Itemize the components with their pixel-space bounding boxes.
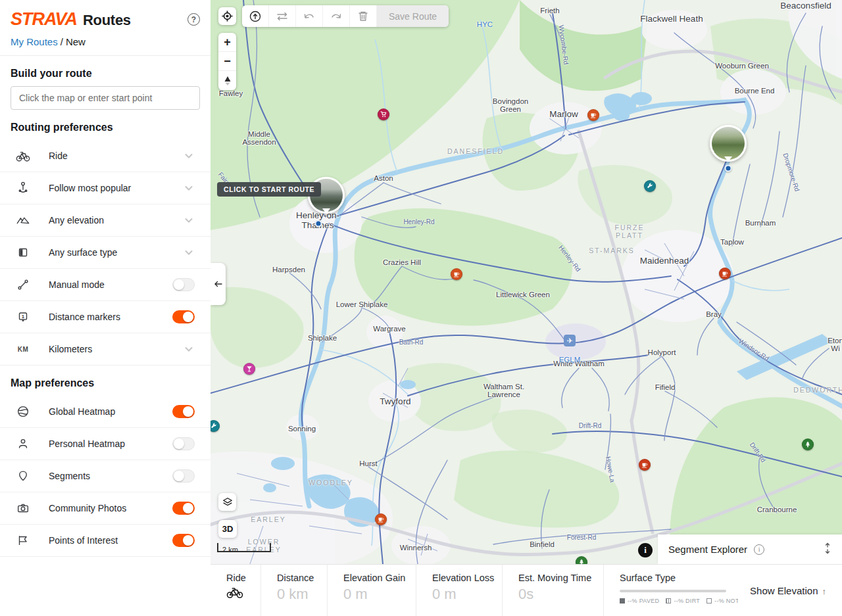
redo-icon[interactable] — [323, 5, 350, 27]
pref-label: Community Photos — [49, 503, 172, 513]
zoom-in-button[interactable]: + — [218, 33, 236, 52]
map-info-button[interactable]: i — [638, 543, 653, 557]
distance-value: 0 km — [277, 586, 327, 603]
global-heatmap-toggle[interactable] — [172, 405, 195, 418]
community-photo-marker[interactable] — [308, 177, 345, 214]
cafe-poi-icon[interactable] — [719, 268, 731, 279]
segment-info-icon[interactable]: i — [754, 544, 764, 555]
cart-poi-icon[interactable] — [378, 108, 389, 120]
show-elevation-button[interactable]: Show Elevation↑ — [750, 585, 826, 596]
chevron-down-icon — [183, 343, 195, 355]
segment-explorer-panel[interactable]: Segment Explorer i — [658, 534, 842, 564]
scale-label: 2 km — [222, 546, 238, 554]
surface-type-label: Surface Type — [620, 573, 747, 583]
wrench-poi-icon[interactable] — [644, 180, 656, 192]
bike-icon — [16, 149, 30, 163]
pref-row-segments[interactable]: Segments — [0, 460, 210, 492]
martini-poi-icon[interactable] — [243, 363, 255, 375]
surface-icon — [16, 245, 30, 260]
chevron-down-icon — [183, 150, 195, 162]
breadcrumb-separator: / — [61, 36, 63, 47]
compass-pitch-button[interactable] — [218, 71, 236, 90]
km-icon: KM — [16, 342, 30, 356]
sidebar: STRAVA Routes ? My Routes/New Build your… — [0, 0, 210, 616]
undo-icon[interactable] — [296, 5, 323, 27]
pref-row-ride[interactable]: Ride — [0, 140, 210, 172]
cafe-poi-icon[interactable] — [587, 109, 599, 121]
community-photos-toggle[interactable] — [172, 502, 195, 515]
elevation-gain-value: 0 m — [343, 586, 416, 603]
breadcrumb-current: New — [66, 36, 86, 47]
cafe-poi-icon[interactable] — [375, 513, 387, 525]
pin-icon — [16, 469, 30, 483]
strava-logo: STRAVA — [11, 9, 77, 30]
pref-row-any-surface-type[interactable]: Any surface type — [0, 237, 210, 269]
ride-label: Ride — [226, 573, 260, 583]
upload-route-button[interactable] — [242, 5, 269, 27]
map-layers-button[interactable] — [218, 493, 236, 511]
map-basemap — [210, 0, 842, 564]
up-arrow-icon: ↑ — [822, 586, 827, 596]
elevation-loss-column: Elevation Loss 0 m — [416, 565, 502, 616]
pref-row-global-heatmap[interactable]: Global Heatmap — [0, 396, 210, 428]
paved-legend: --% PAVED — [628, 598, 659, 604]
pref-row-distance-markers[interactable]: 1 Distance markers — [0, 301, 210, 333]
elevation-loss-value: 0 m — [432, 586, 502, 603]
camera-icon — [16, 501, 30, 515]
pref-row-personal-heatmap[interactable]: Personal Heatmap — [0, 428, 210, 460]
elevation-gain-column: Elevation Gain 0 m — [327, 565, 416, 616]
pref-label: Ride — [49, 151, 183, 161]
pref-row-points-of-interest[interactable]: Points of Interest — [0, 525, 210, 557]
start-point-input[interactable] — [11, 86, 200, 110]
locate-button[interactable] — [218, 7, 236, 25]
bike-icon — [226, 590, 243, 601]
moving-time-label: Est. Moving Time — [518, 573, 603, 583]
distance-label: Distance — [277, 573, 327, 583]
points-of-interest-toggle[interactable] — [172, 534, 195, 547]
distance-markers-toggle[interactable] — [172, 310, 195, 323]
strava-route-builder: STRAVA Routes ? My Routes/New Build your… — [0, 0, 842, 616]
manual-mode-toggle[interactable] — [172, 278, 195, 291]
pref-row-manual-mode[interactable]: Manual mode — [0, 269, 210, 301]
dirt-legend: --% DIRT — [674, 598, 700, 604]
delete-route-icon[interactable] — [350, 5, 377, 27]
sidebar-collapse-handle[interactable] — [210, 263, 226, 305]
photo-dot-icon[interactable] — [725, 165, 732, 172]
pref-label: Any elevation — [49, 215, 183, 225]
segment-explorer-title: Segment Explorer — [668, 544, 747, 555]
pref-label: Kilometers — [49, 344, 183, 354]
chevron-down-icon — [183, 182, 195, 194]
zoom-out-button[interactable]: − — [218, 52, 236, 71]
pref-label: Distance markers — [49, 312, 172, 322]
activity-type-column[interactable]: Ride — [210, 565, 260, 616]
pref-row-kilometers[interactable]: KM Kilometers — [0, 333, 210, 366]
pref-row-any-elevation[interactable]: Any elevation — [0, 204, 210, 237]
chevron-down-icon — [183, 247, 195, 258]
dirt-swatch-icon — [666, 598, 671, 604]
pref-row-follow-most-popular[interactable]: Follow most popular — [0, 172, 210, 204]
zoom-controls: + − — [218, 33, 236, 90]
sidebar-header: STRAVA Routes ? — [0, 0, 210, 30]
expand-panel-icon[interactable] — [824, 542, 831, 557]
photo-dot-icon[interactable] — [315, 220, 322, 227]
map-3d-button[interactable]: 3D — [218, 520, 237, 538]
segments-toggle[interactable] — [172, 469, 195, 483]
cafe-poi-icon[interactable] — [639, 459, 651, 471]
community-photo-marker[interactable] — [710, 125, 747, 162]
save-route-button[interactable]: Save Route — [377, 5, 449, 27]
personal-heatmap-toggle[interactable] — [172, 437, 195, 450]
pref-label: Any surface type — [49, 247, 183, 258]
map-canvas[interactable]: HYCFriethFlackwell HeathBeaconsfieldWoob… — [210, 0, 842, 564]
tree-poi-icon[interactable] — [576, 556, 587, 564]
cafe-poi-icon[interactable] — [451, 268, 462, 280]
reverse-route-icon[interactable] — [269, 5, 296, 27]
breadcrumb-my-routes-link[interactable]: My Routes — [11, 36, 58, 47]
paved-swatch-icon — [620, 598, 625, 604]
elevation-gain-label: Elevation Gain — [343, 573, 416, 583]
pref-row-community-photos[interactable]: Community Photos — [0, 492, 210, 525]
tree-poi-icon[interactable] — [802, 438, 814, 450]
unspecified-legend: --% NOT SP — [714, 598, 738, 604]
photo-thumbnail — [310, 179, 343, 212]
help-icon[interactable]: ? — [187, 13, 200, 26]
manual-mode-icon — [16, 277, 30, 292]
